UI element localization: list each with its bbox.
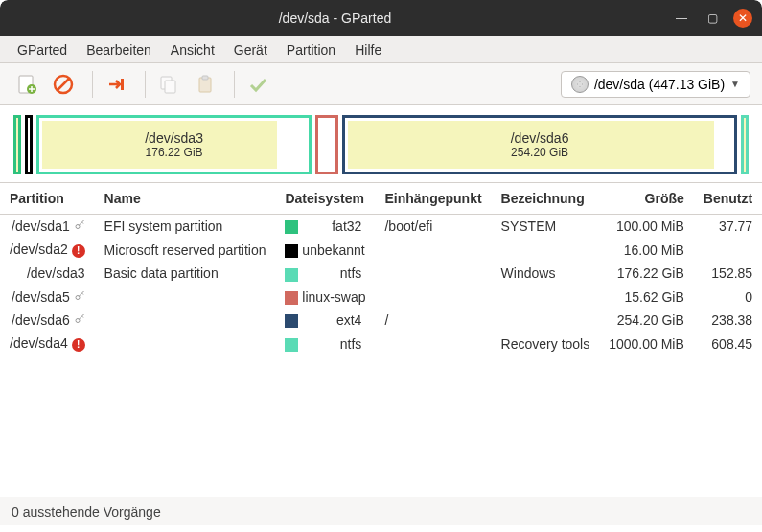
col-benutzt[interactable]: Benutzt: [694, 183, 762, 215]
minimize-button[interactable]: —: [672, 9, 691, 28]
table-row[interactable]: /dev/sda6 ext4/254.20 GiB238.38: [0, 309, 762, 332]
menu-hilfe[interactable]: Hilfe: [347, 38, 389, 61]
table-row[interactable]: /dev/sda3 Basic data partition ntfsWindo…: [0, 262, 762, 285]
menubar: GParted Bearbeiten Ansicht Gerät Partiti…: [0, 36, 762, 63]
warning-icon: !: [72, 338, 85, 352]
diagram-block-sda6[interactable]: /dev/sda6 254.20 GiB: [342, 115, 737, 174]
window-title: /dev/sda - GParted: [10, 11, 660, 26]
cell-name: EFI system partition: [95, 215, 276, 239]
cell-label: [492, 309, 600, 332]
diagram-label: /dev/sda6: [511, 130, 569, 146]
col-partition[interactable]: Partition: [0, 183, 95, 215]
svg-rect-8: [202, 76, 208, 80]
cell-used: 608.45: [694, 332, 762, 356]
cell-name: [95, 309, 276, 332]
copy-icon: [158, 74, 179, 95]
cell-label: [492, 286, 600, 309]
cell-label: SYSTEM: [492, 215, 600, 239]
menu-ansicht[interactable]: Ansicht: [163, 38, 222, 61]
table-row[interactable]: /dev/sda1 EFI system partition fat32/boo…: [0, 215, 762, 239]
arrow-right-bar-icon: [105, 74, 127, 95]
cell-name: Microsoft reserved partition: [95, 238, 276, 262]
cell-size: 1000.00 MiB: [599, 332, 694, 356]
diagram-block-sda4[interactable]: [741, 115, 749, 174]
cell-used: 238.38: [694, 309, 762, 332]
cell-size: 15.62 GiB: [599, 286, 694, 309]
partition-table-wrap[interactable]: Partition Name Dateisystem Einhängepunkt…: [0, 182, 762, 497]
col-groesse[interactable]: Größe: [599, 183, 694, 215]
cell-used: [694, 238, 762, 262]
cell-size: 100.00 MiB: [599, 215, 694, 239]
cell-partition: /dev/sda2 !: [0, 238, 95, 262]
close-button[interactable]: ✕: [733, 9, 752, 28]
col-bezeichnung[interactable]: Bezeichnung: [492, 183, 600, 215]
fs-color-box: [285, 291, 298, 305]
menu-partition[interactable]: Partition: [279, 38, 343, 61]
separator: [145, 71, 146, 98]
fs-color-box: [285, 220, 298, 234]
svg-rect-6: [165, 81, 175, 93]
cell-label: [492, 238, 600, 262]
svg-line-3: [58, 79, 69, 90]
cell-fs: fat32: [275, 215, 375, 239]
diagram-size: 254.20 GiB: [511, 146, 568, 159]
cell-mount: /boot/efi: [375, 215, 491, 239]
document-plus-icon: [16, 74, 37, 95]
cell-mount: [375, 262, 491, 285]
cell-name: [95, 286, 276, 309]
device-selector[interactable]: /dev/sda (447.13 GiB) ▼: [561, 71, 750, 98]
key-icon: [74, 289, 85, 301]
table-row[interactable]: /dev/sda5 linux-swap15.62 GiB0: [0, 286, 762, 309]
resize-move-button[interactable]: [101, 69, 131, 100]
cell-name: [95, 332, 276, 356]
fs-color-box: [285, 314, 298, 328]
diagram-block-sda2[interactable]: [25, 115, 33, 174]
delete-partition-button[interactable]: [48, 69, 79, 100]
partition-table: Partition Name Dateisystem Einhängepunkt…: [0, 183, 762, 356]
diagram-block-sda5[interactable]: [315, 115, 338, 174]
cell-mount: [375, 286, 491, 309]
cell-fs: ext4: [275, 309, 375, 332]
table-row[interactable]: /dev/sda2 !Microsoft reserved partition …: [0, 238, 762, 262]
cell-used: 37.77: [694, 215, 762, 239]
cell-name: Basic data partition: [95, 262, 276, 285]
copy-button[interactable]: [153, 69, 184, 100]
cell-fs: unbekannt: [275, 238, 375, 262]
svg-rect-4: [121, 79, 124, 90]
diagram-block-sda1[interactable]: [13, 115, 21, 174]
paste-button[interactable]: [190, 69, 220, 100]
key-icon: [74, 219, 85, 230]
col-mount[interactable]: Einhängepunkt: [375, 183, 491, 215]
partition-diagram: /dev/sda3 176.22 GiB /dev/sda6 254.20 Gi…: [0, 105, 762, 182]
menu-gparted[interactable]: GParted: [10, 38, 75, 61]
col-name[interactable]: Name: [95, 183, 276, 215]
new-partition-button[interactable]: [12, 69, 42, 100]
fs-color-box: [285, 338, 298, 352]
cell-mount: /: [375, 309, 491, 332]
diagram-size: 176.22 GiB: [146, 146, 203, 159]
maximize-button[interactable]: ▢: [703, 9, 722, 28]
apply-button[interactable]: [242, 69, 273, 100]
col-dateisystem[interactable]: Dateisystem: [275, 183, 375, 215]
separator: [234, 71, 235, 98]
separator: [92, 71, 93, 98]
cell-mount: [375, 332, 491, 356]
cell-partition: /dev/sda6: [0, 309, 95, 332]
cell-mount: [375, 238, 491, 262]
fs-color-box: [285, 268, 298, 282]
titlebar: /dev/sda - GParted — ▢ ✕: [0, 0, 762, 36]
device-selector-label: /dev/sda (447.13 GiB): [594, 77, 725, 92]
table-row[interactable]: /dev/sda4 ! ntfsRecovery tools1000.00 Mi…: [0, 332, 762, 356]
key-icon: [74, 312, 85, 324]
diagram-block-sda3[interactable]: /dev/sda3 176.22 GiB: [36, 115, 312, 174]
menu-geraet[interactable]: Gerät: [226, 38, 275, 61]
menu-bearbeiten[interactable]: Bearbeiten: [79, 38, 159, 61]
cell-partition: /dev/sda1: [0, 215, 95, 239]
chevron-down-icon: ▼: [730, 79, 740, 89]
toolbar: /dev/sda (447.13 GiB) ▼: [0, 63, 762, 105]
statusbar: 0 ausstehende Vorgänge: [0, 497, 762, 525]
cell-fs: ntfs: [275, 262, 375, 285]
no-entry-icon: [53, 74, 74, 95]
cell-fs: ntfs: [275, 332, 375, 356]
cell-label: Recovery tools: [492, 332, 600, 356]
